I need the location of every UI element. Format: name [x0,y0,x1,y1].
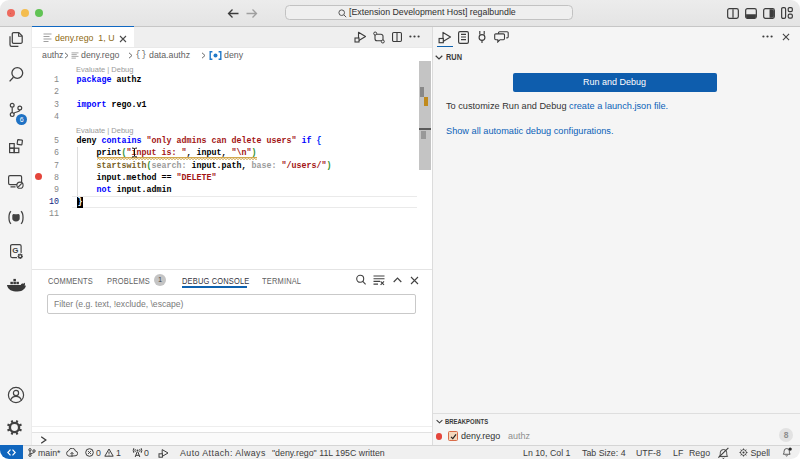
svg-text:G: G [12,246,18,255]
